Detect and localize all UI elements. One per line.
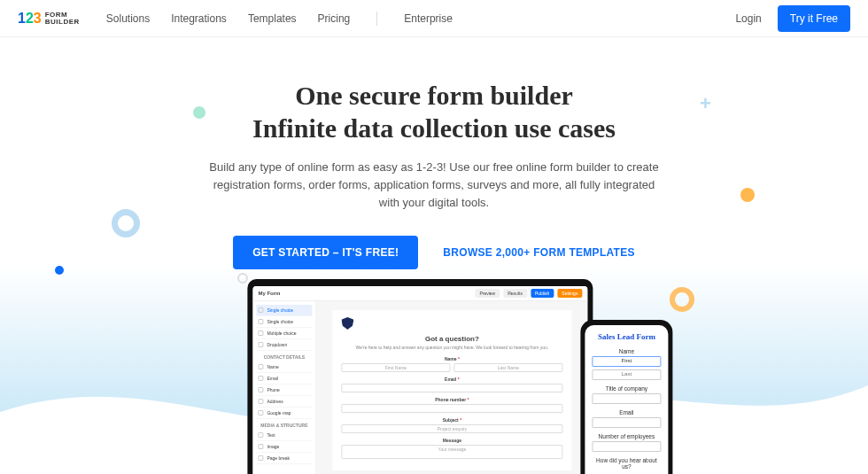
subject-select[interactable]: Project enquiry — [341, 424, 562, 433]
hero-section: + One secure form builder Infinite data … — [0, 37, 868, 474]
sidebar-item[interactable]: Text — [256, 430, 312, 441]
decoration-dot-orange — [740, 188, 755, 202]
phone-input[interactable] — [341, 404, 562, 413]
laptop-mockup: My Form Preview Results Publish Settings… — [247, 279, 593, 474]
user-icon — [258, 364, 263, 369]
phone-label: Phone number * — [341, 397, 562, 402]
page-icon — [258, 455, 263, 461]
mail-icon — [258, 376, 263, 381]
cta-row: GET STARTED – IT'S FREE! BROWSE 2,000+ F… — [0, 236, 868, 269]
form-title: Got a question? — [341, 335, 562, 343]
sidebar-heading: MEDIA & STRUCTURE — [256, 423, 312, 428]
phone-mockup: Sales Lead Form Name First Last Title of… — [580, 320, 672, 474]
form-canvas: Got a question? We're here to help and a… — [316, 301, 587, 474]
sidebar-item-single-choice[interactable]: Single choice — [256, 305, 312, 316]
sidebar-heading: CONTACT DETAILS — [256, 354, 312, 360]
decoration-dot-teal — [193, 106, 205, 119]
first-name-input[interactable]: First Name — [341, 363, 450, 372]
phone-how-label: How did you hear about us? — [592, 457, 661, 470]
phone-email-input[interactable] — [592, 417, 661, 428]
last-name-input[interactable]: Last Name — [453, 363, 562, 372]
name-label: Name * — [341, 356, 562, 361]
site-header: 123 FORM BUILDER Solutions Integrations … — [0, 0, 868, 37]
hero-title: One secure form builder Infinite data co… — [0, 80, 868, 144]
phone-company-label: Title of company — [592, 385, 661, 392]
sidebar-item[interactable]: Address — [256, 396, 312, 408]
subject-label: Subject * — [341, 417, 562, 423]
try-free-button[interactable]: Try it Free — [778, 5, 850, 32]
sidebar-item[interactable]: Multiple choice — [256, 328, 312, 339]
get-started-button[interactable]: GET STARTED – IT'S FREE! — [233, 236, 418, 269]
header-right: Login Try it Free — [735, 5, 850, 32]
decoration-ring-blue — [112, 209, 140, 237]
message-input[interactable]: Your message — [341, 445, 562, 459]
form-preview: Got a question? We're here to help and a… — [332, 310, 571, 470]
app-header: My Form Preview Results Publish Settings — [252, 286, 587, 301]
nav-pricing[interactable]: Pricing — [318, 12, 351, 25]
decoration-ring-gray — [237, 273, 248, 284]
hero-subtitle: Build any type of online form as easy as… — [204, 159, 664, 212]
main-nav: Solutions Integrations Templates Pricing… — [106, 12, 453, 26]
sidebar-item[interactable]: Single choice — [256, 316, 312, 328]
radio-icon — [258, 319, 263, 324]
settings-button[interactable]: Settings — [557, 289, 582, 298]
nav-enterprise[interactable]: Enterprise — [404, 12, 453, 25]
nav-solutions[interactable]: Solutions — [106, 12, 150, 25]
preview-button[interactable]: Preview — [475, 289, 500, 298]
shield-icon — [341, 317, 353, 330]
email-label: Email * — [341, 377, 562, 382]
sidebar-item[interactable]: Google map — [256, 408, 312, 419]
radio-icon — [258, 307, 263, 313]
message-label: Message — [341, 438, 562, 443]
phone-form-title: Sales Lead Form — [592, 332, 661, 341]
phone-employees-label: Number of employees — [592, 433, 661, 439]
nav-templates[interactable]: Templates — [248, 12, 297, 25]
sidebar-item[interactable]: Page break — [256, 453, 312, 464]
app-title: My Form — [258, 291, 280, 296]
login-link[interactable]: Login — [735, 12, 761, 25]
plus-icon: + — [700, 92, 711, 115]
phone-company-input[interactable] — [592, 393, 661, 404]
nav-divider — [376, 12, 377, 26]
phone-screen: Sales Lead Form Name First Last Title of… — [585, 325, 668, 474]
phone-employees-input[interactable] — [592, 441, 661, 452]
device-mockups: My Form Preview Results Publish Settings… — [247, 279, 593, 474]
decoration-dot-blue — [55, 266, 64, 275]
sidebar-item[interactable]: Name — [256, 361, 312, 373]
decoration-ring-orange — [670, 287, 694, 312]
phone-first-name-input[interactable]: First — [592, 356, 661, 367]
email-input[interactable] — [341, 384, 562, 392]
publish-button[interactable]: Publish — [531, 289, 554, 298]
phone-icon — [258, 387, 263, 392]
image-icon — [258, 444, 263, 449]
phone-email-label: Email — [592, 409, 661, 416]
browse-templates-link[interactable]: BROWSE 2,000+ FORM TEMPLATES — [443, 246, 635, 259]
nav-integrations[interactable]: Integrations — [171, 12, 227, 25]
phone-name-label: Name — [592, 348, 661, 354]
results-button[interactable]: Results — [503, 289, 527, 298]
sidebar-item[interactable]: Email — [256, 373, 312, 385]
form-subtitle: We're here to help and answer any questi… — [341, 345, 562, 351]
builder-sidebar: Single choice Single choice Multiple cho… — [252, 301, 316, 474]
phone-last-name-input[interactable]: Last — [592, 369, 661, 380]
logo[interactable]: 123 FORM BUILDER — [18, 11, 80, 27]
checkbox-icon — [258, 330, 263, 336]
sidebar-item[interactable]: Dropdown — [256, 339, 312, 351]
sidebar-item[interactable]: Image — [256, 441, 312, 453]
text-icon — [258, 432, 263, 438]
dropdown-icon — [258, 342, 263, 347]
sidebar-item[interactable]: Phone — [256, 385, 312, 396]
pin-icon — [258, 399, 263, 404]
map-icon — [258, 410, 263, 416]
